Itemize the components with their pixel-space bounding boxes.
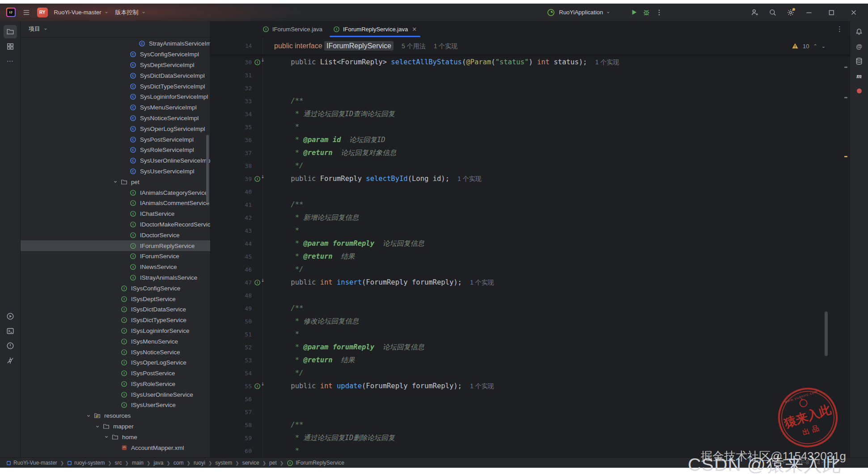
tree-item-ISysDictTypeService[interactable]: IISysDictTypeService: [21, 315, 210, 326]
line-number[interactable]: 37: [211, 147, 252, 159]
vcs-menu[interactable]: 版本控制: [115, 8, 146, 17]
tree-item-SysUserServiceImpl[interactable]: CSysUserServiceImpl: [21, 166, 210, 177]
line-number[interactable]: 55: [211, 380, 252, 393]
code-viewport[interactable]: 30I↓ public List<ForumReply> selectAllBy…: [211, 55, 850, 458]
tab-IForumReplyService.java[interactable]: IIForumReplyService.java✕: [328, 21, 422, 37]
tree-item-ISysDictDataService[interactable]: IISysDictDataService: [21, 304, 210, 315]
line-number[interactable]: 35: [211, 121, 252, 134]
run-tool-button[interactable]: [4, 310, 17, 323]
maximize-button[interactable]: [827, 8, 836, 17]
line-number[interactable]: 14: [211, 38, 252, 55]
more-tool-button[interactable]: ⋯: [4, 55, 17, 68]
tree-item-ISysMenuService[interactable]: IISysMenuService: [21, 336, 210, 347]
project-folder-tool-button[interactable]: [4, 25, 17, 38]
line-number[interactable]: 45: [211, 250, 252, 263]
tree-item-AccountMapper.xml[interactable]: AccountMapper.xml: [21, 442, 210, 453]
implementations-gutter-icon[interactable]: I↓: [252, 380, 263, 393]
tree-item-mapper[interactable]: mapper: [21, 421, 210, 432]
tree-item-SysConfigServiceImpl[interactable]: CSysConfigServiceImpl: [21, 49, 210, 60]
line-number[interactable]: 58: [211, 419, 252, 432]
implementation-inlay-hint[interactable]: 1 个实现: [595, 59, 619, 66]
line-number[interactable]: 50: [211, 315, 252, 328]
tree-item-ISysOperLogService[interactable]: IISysOperLogService: [21, 357, 210, 368]
tree-item-ISysNoticeService[interactable]: IISysNoticeService: [21, 347, 210, 357]
tree-item-home[interactable]: home: [21, 432, 210, 442]
tab-options-button[interactable]: ⋮: [836, 25, 843, 33]
expand-chevron-icon[interactable]: [93, 424, 102, 429]
line-number[interactable]: 57: [211, 406, 252, 419]
close-tab-icon[interactable]: ✕: [412, 26, 417, 33]
tree-item-IDoctorMakeRecordService[interactable]: IIDoctorMakeRecordService: [21, 219, 210, 230]
implementation-inlay-hint[interactable]: 1 个实现: [470, 279, 494, 286]
tree-item-ISysRoleService[interactable]: IISysRoleService: [21, 379, 210, 390]
structure-tool-button[interactable]: [4, 40, 17, 53]
line-number[interactable]: 30: [211, 56, 252, 69]
status-widget[interactable]: CRLF: [772, 459, 786, 467]
tree-item-ISysConfigService[interactable]: IISysConfigService: [21, 283, 210, 294]
tree-item-resources[interactable]: resources: [21, 411, 210, 421]
warning-stripe-mark[interactable]: [844, 156, 847, 157]
stripe-mark[interactable]: [844, 67, 847, 68]
implementations-gutter-icon[interactable]: I↓: [252, 56, 263, 69]
expand-chevron-icon[interactable]: [84, 413, 93, 419]
usage-inlay-hint[interactable]: 5 个用法: [402, 42, 426, 50]
tree-item-IAnimalsCommentService[interactable]: IIAnimalsCommentService: [21, 198, 210, 209]
breadcrumb-item-pet[interactable]: pet: [269, 460, 277, 466]
profiler-tool-button[interactable]: [852, 84, 866, 97]
breadcrumb-item-system[interactable]: system: [215, 460, 232, 466]
line-number[interactable]: 44: [211, 237, 252, 250]
breadcrumb-item-java[interactable]: java: [153, 460, 163, 466]
settings-button[interactable]: [786, 8, 795, 17]
line-number[interactable]: 48: [211, 289, 252, 302]
run-button[interactable]: [630, 8, 639, 17]
usage-inlay-hint[interactable]: 1 个实现: [434, 42, 458, 50]
line-number[interactable]: 56: [211, 393, 252, 406]
project-switcher[interactable]: RuoYi-Vue-master: [54, 9, 109, 16]
line-number[interactable]: 49: [211, 302, 252, 315]
tree-item-SysRoleServiceImpl[interactable]: CSysRoleServiceImpl: [21, 145, 210, 155]
search-everywhere-button[interactable]: [768, 8, 777, 17]
tree-item-SysDeptServiceImpl[interactable]: CSysDeptServiceImpl: [21, 60, 210, 71]
line-number[interactable]: 42: [211, 211, 252, 224]
line-number[interactable]: 43: [211, 224, 252, 237]
line-number[interactable]: 34: [211, 108, 252, 121]
implementations-gutter-icon[interactable]: I↓: [252, 172, 263, 185]
line-number[interactable]: 53: [211, 354, 252, 367]
debug-button[interactable]: [642, 8, 651, 17]
tab-IForumService.java[interactable]: IIForumService.java: [257, 21, 328, 37]
line-number[interactable]: 51: [211, 328, 252, 341]
ai-assistant-tool-button[interactable]: @: [852, 40, 866, 53]
breadcrumb-item-RuoYi-Vue-master[interactable]: RuoYi-Vue-master: [6, 460, 57, 466]
tree-item-ISysDeptService[interactable]: IISysDeptService: [21, 294, 210, 304]
inspections-widget[interactable]: 10 ⌃ ⌄: [792, 38, 826, 55]
tree-item-SysPostServiceImpl[interactable]: CSysPostServiceImpl: [21, 134, 210, 145]
tree-item-SysLogininforServiceImpl[interactable]: CSysLogininforServiceImpl: [21, 92, 210, 102]
tree-item-IChatService[interactable]: IIChatService: [21, 209, 210, 219]
line-number[interactable]: 39: [211, 172, 252, 185]
tree-item-SysDictTypeServiceImpl[interactable]: CSysDictTypeServiceImpl: [21, 81, 210, 92]
tree-item-SysUserOnlineServiceImpl[interactable]: CSysUserOnlineServiceImpl: [21, 155, 210, 166]
line-number[interactable]: 40: [211, 185, 252, 198]
main-menu-button[interactable]: [22, 8, 31, 17]
line-number[interactable]: 33: [211, 95, 252, 108]
tree-item-pet[interactable]: pet: [21, 176, 210, 187]
run-config-selector[interactable]: RuoYiApplication: [559, 9, 611, 16]
line-number[interactable]: 59: [211, 432, 252, 445]
line-number[interactable]: 38: [211, 159, 252, 172]
next-problem-icon[interactable]: ⌄: [821, 43, 826, 49]
tree-scrollbar[interactable]: [206, 135, 209, 203]
breadcrumb-item-src[interactable]: src: [115, 460, 122, 466]
line-number[interactable]: 52: [211, 341, 252, 354]
tree-item-SysNoticeServiceImpl[interactable]: CSysNoticeServiceImpl: [21, 113, 210, 124]
tree-item-ISysLogininforService[interactable]: IISysLogininforService: [21, 326, 210, 336]
tree-item-IForumReplyService[interactable]: IIForumReplyService: [21, 240, 210, 251]
line-number[interactable]: 46: [211, 263, 252, 276]
problems-tool-button[interactable]: [4, 339, 17, 352]
maven-tool-button[interactable]: m: [852, 69, 866, 83]
status-widget[interactable]: 4 个空格: [817, 459, 838, 467]
line-number[interactable]: 36: [211, 134, 252, 147]
project-panel-header[interactable]: 项目: [21, 21, 210, 38]
breadcrumb-item-ruoyi[interactable]: ruoyi: [194, 460, 205, 466]
editor-scrollbar[interactable]: [825, 311, 828, 356]
tree-item-ISysUserOnlineService[interactable]: IISysUserOnlineService: [21, 389, 210, 400]
